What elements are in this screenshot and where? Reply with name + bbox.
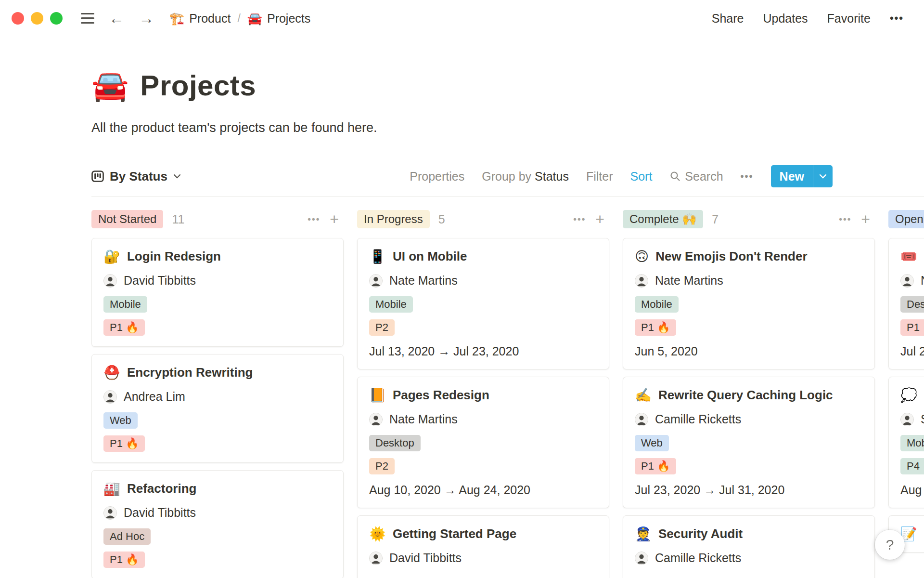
project-card[interactable]: 📱 UI on Mobile Nate Martins Mobile P2 Ju…: [357, 238, 609, 369]
sidebar-menu-icon[interactable]: [81, 13, 94, 24]
updates-button[interactable]: Updates: [763, 12, 808, 26]
assignee-name: Camille Ricketts: [655, 551, 741, 565]
project-card[interactable]: 🎟️ P N Desktop P1 🔥 Jul 2: [888, 238, 924, 369]
card-title: Encryption Rewriting: [127, 365, 253, 380]
card-date: Jul 2: [900, 344, 924, 358]
sort-button[interactable]: Sort: [630, 170, 653, 184]
assignee-name: David Tibbitts: [124, 506, 196, 520]
properties-button[interactable]: Properties: [410, 170, 464, 184]
card-title: Getting Started Page: [393, 526, 516, 541]
car-icon: 🚘: [247, 12, 262, 26]
avatar: [369, 274, 383, 288]
column-add-icon[interactable]: +: [861, 211, 870, 227]
platform-tag: Web: [635, 435, 669, 451]
breadcrumb-item-product[interactable]: 🏗️ Product: [169, 12, 231, 26]
orange-book-icon: 📙: [369, 389, 386, 402]
column-count: 5: [438, 212, 445, 226]
assignee: S: [900, 412, 924, 426]
card-date: Jun 5, 2020: [635, 344, 863, 358]
priority-tag: P4: [900, 458, 924, 474]
factory-icon: 🏭: [103, 482, 120, 496]
back-icon[interactable]: ←: [109, 11, 124, 26]
column-more-icon[interactable]: •••: [839, 214, 851, 224]
card-date-range: Jul 23, 2020 → Jul 31, 2020: [635, 483, 863, 497]
page-title[interactable]: Projects: [140, 68, 256, 103]
column-add-icon[interactable]: +: [595, 211, 604, 227]
card-date-range: Aug 10, 2020 → Aug 24, 2020: [369, 483, 597, 497]
filter-button[interactable]: Filter: [586, 170, 613, 184]
column-open: Open 🎟️ P N Desktop P1 🔥 Jul 2: [888, 210, 924, 578]
breadcrumb-item-projects[interactable]: 🚘 Projects: [247, 12, 311, 26]
assignee-name: David Tibbitts: [389, 551, 462, 565]
new-button[interactable]: New: [771, 165, 833, 187]
assignee: Nate Martins: [369, 274, 597, 288]
page-icon-car[interactable]: 🚘: [91, 71, 128, 101]
writing-hand-icon: ✍️: [635, 389, 652, 402]
assignee: David Tibbitts: [369, 551, 597, 565]
page-description[interactable]: All the product team's projects can be f…: [91, 120, 924, 135]
view-selector[interactable]: By Status: [91, 169, 181, 184]
card-title: Rewrite Query Caching Logic: [658, 388, 833, 403]
forward-icon[interactable]: →: [139, 11, 154, 26]
breadcrumb-label: Projects: [267, 12, 310, 26]
project-card[interactable]: 🏭 Refactoring David Tibbitts Ad Hoc P1 🔥: [91, 470, 344, 578]
search-label: Search: [685, 170, 723, 184]
breadcrumb-label: Product: [189, 12, 231, 26]
column-more-icon[interactable]: •••: [308, 214, 320, 224]
rescue-helmet-icon: ⛑️: [103, 366, 120, 380]
upside-down-face-icon: 🙃: [635, 250, 649, 263]
assignee-name: Camille Ricketts: [655, 412, 741, 426]
column-add-icon[interactable]: +: [330, 211, 339, 227]
group-by-button[interactable]: Group by Status: [482, 170, 569, 184]
more-options-icon[interactable]: •••: [890, 12, 904, 25]
search-button[interactable]: Search: [669, 170, 723, 184]
kanban-board: Not Started 11 ••• + 🔐 Login Redesign Da…: [91, 210, 924, 578]
card-title: UI on Mobile: [393, 249, 467, 264]
chevron-down-icon: [173, 174, 181, 179]
new-button-label[interactable]: New: [771, 165, 813, 187]
new-button-chevron-icon[interactable]: [813, 165, 833, 187]
project-card[interactable]: ⛑️ Encryption Rewriting Andrea Lim Web P…: [91, 354, 344, 463]
zoom-window-icon[interactable]: [50, 12, 63, 25]
toolbar-more-icon[interactable]: •••: [741, 171, 754, 182]
column-status-badge[interactable]: In Progress: [357, 210, 430, 228]
assignee: Camille Ricketts: [635, 551, 863, 565]
column-status-badge[interactable]: Complete 🙌: [623, 210, 703, 228]
project-card[interactable]: 📙 Pages Redesign Nate Martins Desktop P2…: [357, 377, 609, 508]
help-button[interactable]: ?: [875, 530, 905, 560]
building-construction-icon: 🏗️: [169, 12, 184, 26]
traffic-lights: [12, 12, 63, 25]
platform-tag: Desktop: [900, 296, 924, 313]
mobile-phone-icon: 📱: [369, 250, 386, 263]
column-status-badge[interactable]: Open: [888, 210, 924, 228]
assignee-name: S: [921, 412, 924, 426]
project-card[interactable]: 🙃 New Emojis Don't Render Nate Martins M…: [623, 238, 875, 369]
project-card[interactable]: ✍️ Rewrite Query Caching Logic Camille R…: [623, 377, 875, 508]
project-card[interactable]: 👮 Security Audit Camille Ricketts: [623, 515, 875, 578]
assignee: Nate Martins: [369, 412, 597, 426]
share-button[interactable]: Share: [712, 12, 744, 26]
avatar: [900, 274, 914, 288]
column-status-badge[interactable]: Not Started: [91, 210, 163, 228]
assignee-name: David Tibbitts: [124, 274, 196, 288]
priority-tag: P1 🔥: [635, 458, 676, 474]
breadcrumb: 🏗️ Product / 🚘 Projects: [169, 12, 310, 26]
project-card[interactable]: 🌞 Getting Started Page David Tibbitts: [357, 515, 609, 578]
platform-tag: Web: [103, 412, 138, 429]
assignee: N: [900, 274, 924, 288]
close-window-icon[interactable]: [12, 12, 24, 25]
avatar: [369, 413, 383, 426]
priority-tag: P2: [369, 458, 395, 474]
assignee-name: Nate Martins: [389, 412, 458, 426]
platform-tag: Mobile: [369, 296, 413, 313]
assignee: David Tibbitts: [103, 506, 332, 520]
project-card[interactable]: 💭 C S Mobile P4 Aug 3: [888, 377, 924, 508]
column-more-icon[interactable]: •••: [573, 214, 586, 224]
project-card[interactable]: 🔐 Login Redesign David Tibbitts Mobile P…: [91, 238, 344, 347]
card-date-range: Jul 13, 2020 → Jul 23, 2020: [369, 344, 597, 358]
avatar: [635, 274, 648, 288]
police-officer-icon: 👮: [635, 527, 652, 541]
priority-tag: P1 🔥: [103, 552, 145, 568]
minimize-window-icon[interactable]: [31, 12, 43, 25]
favorite-button[interactable]: Favorite: [827, 12, 871, 26]
